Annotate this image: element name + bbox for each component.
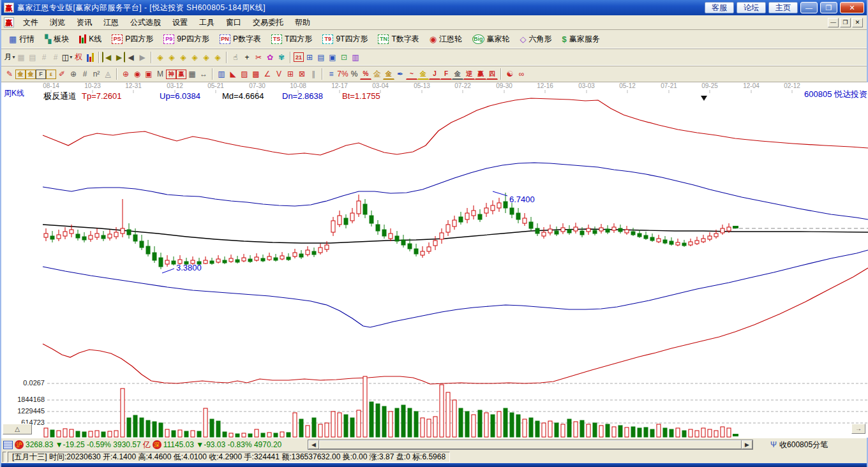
menu-item-4[interactable]: 公式选股: [124, 16, 167, 29]
crosshair-icon[interactable]: +: [241, 52, 253, 63]
toolbar-winner-wheel-button[interactable]: Big赢家轮: [467, 32, 515, 47]
scrollbar-thumb[interactable]: [319, 440, 742, 449]
pattern-disabled-icon[interactable]: ▦: [15, 52, 27, 63]
f-angle-icon[interactable]: F: [440, 69, 452, 80]
percent-band-icon[interactable]: 7%: [337, 69, 348, 80]
mdi-minimize-button[interactable]: —: [828, 18, 839, 27]
brush-icon[interactable]: ✒: [394, 69, 406, 80]
toolbar-t-square-button[interactable]: TST四方形: [266, 32, 317, 47]
menu-item-5[interactable]: 设置: [167, 16, 193, 29]
shen-grid-icon[interactable]: 神: [166, 70, 176, 79]
mdi-close-button[interactable]: ✕: [852, 18, 863, 27]
gann-diamond-left-icon[interactable]: ◈: [154, 52, 166, 63]
restore-rights-icon[interactable]: 权: [73, 52, 84, 63]
draw-pen-icon[interactable]: ✎: [4, 69, 15, 80]
gold-circle-icon[interactable]: 金: [371, 69, 383, 80]
forum-button[interactable]: 论坛: [737, 2, 766, 13]
toolbar-sector-button[interactable]: ▚板块: [40, 32, 74, 47]
bars3-disabled-icon[interactable]: #: [38, 52, 50, 63]
toolbar-9p-square-button[interactable]: P99P四方形: [158, 32, 214, 47]
fib-grid-icon[interactable]: F: [36, 70, 46, 79]
volume-expand-button[interactable]: △: [3, 424, 32, 434]
angle-line-icon[interactable]: ∠: [262, 69, 273, 80]
menu-item-7[interactable]: 窗口: [220, 16, 247, 29]
menu-item-8[interactable]: 交易委托: [247, 16, 289, 29]
indicator-chart-icon[interactable]: [84, 52, 96, 63]
taiji-icon[interactable]: ☯: [504, 69, 516, 80]
toolbar-winner-service-button[interactable]: $赢家服务: [557, 32, 605, 47]
fan-box-icon[interactable]: ▨: [239, 69, 250, 80]
toolbar-gann-wheel-button[interactable]: ◉江恩轮: [424, 32, 467, 47]
stats-panel-icon[interactable]: ▥: [216, 69, 227, 80]
spiral-grid-icon[interactable]: ε: [46, 70, 56, 79]
gold-grid-1-icon[interactable]: 金: [15, 70, 26, 79]
gold-line-icon[interactable]: 金: [383, 69, 394, 80]
circle-grid-icon[interactable]: ⊕: [68, 69, 79, 80]
last-page-icon[interactable]: ▶: [114, 52, 125, 63]
chart-panel[interactable]: 08-1410-2312-3103-1205-2107-3010-0812-17…: [1, 82, 868, 438]
wave-count-icon[interactable]: M: [154, 69, 166, 80]
gold-angle-icon[interactable]: 金: [417, 69, 429, 80]
ying-angle-icon[interactable]: 赢: [475, 69, 486, 80]
gold-grid-2-icon[interactable]: 金: [26, 70, 36, 79]
si-angle-icon[interactable]: 四: [486, 69, 498, 80]
bars9-disabled-icon[interactable]: #: [50, 52, 61, 63]
data-export-icon[interactable]: ⊡: [338, 52, 350, 63]
ruler-grid-icon[interactable]: ▦: [186, 69, 198, 80]
toolbar-p-square-button[interactable]: PSP四方形: [107, 32, 158, 47]
ying-grid-icon[interactable]: 赢: [176, 70, 186, 79]
mdi-restore-button[interactable]: ❐: [840, 18, 851, 27]
close-button[interactable]: ✕: [840, 2, 864, 13]
grid-red-x-icon[interactable]: ⊠: [296, 69, 308, 80]
gann-box-tool-icon[interactable]: ✿: [264, 52, 276, 63]
gann-diamond-in-icon[interactable]: ◈: [189, 52, 200, 63]
customer-service-button[interactable]: 客服: [705, 2, 734, 13]
gann-diamond-h-icon[interactable]: ◈: [177, 52, 189, 63]
check-line-icon[interactable]: V: [273, 69, 285, 80]
gann-square-tool-icon[interactable]: ▣: [143, 69, 154, 80]
notes-icon[interactable]: ▤: [315, 52, 327, 63]
toolbar-t-table-button[interactable]: TNT数字表: [373, 32, 424, 47]
erase-tool-icon[interactable]: ✂: [253, 52, 264, 63]
kline-chart[interactable]: 08-1410-2312-3103-1205-2107-3010-0812-17…: [1, 82, 868, 438]
gann-compass-icon[interactable]: ⊕: [120, 69, 131, 80]
prev-page-icon[interactable]: ◀: [125, 52, 137, 63]
time-grid-icon[interactable]: #: [79, 69, 91, 80]
gold-angle-2-icon[interactable]: 金: [452, 69, 463, 80]
menu-item-0[interactable]: 文件: [17, 16, 44, 29]
gann-diamond-right-icon[interactable]: ◈: [166, 52, 177, 63]
gann-fan-circle-icon[interactable]: ◉: [131, 69, 143, 80]
save-icon[interactable]: ▣: [327, 52, 338, 63]
scrollbar-left-arrow[interactable]: ◀: [308, 440, 319, 449]
quote-table-icon[interactable]: [3, 441, 13, 449]
restore-button[interactable]: ❐: [820, 2, 837, 13]
drag-hand-icon[interactable]: ☝: [230, 52, 241, 63]
fan-square-icon[interactable]: ▩: [250, 69, 262, 80]
grid-red-icon[interactable]: ⊞: [285, 69, 296, 80]
next-page-icon[interactable]: ▶: [137, 52, 148, 63]
angle-pen-icon[interactable]: ✐: [56, 69, 68, 80]
first-page-icon[interactable]: ◀: [102, 52, 114, 63]
infinity-icon[interactable]: ∞: [516, 69, 527, 80]
menu-item-2[interactable]: 资讯: [71, 16, 98, 29]
spiral-tool-icon[interactable]: ✾: [276, 52, 287, 63]
horizontal-scrollbar[interactable]: ◀ ▶: [308, 440, 753, 450]
triangle-tool-icon[interactable]: ◬: [102, 69, 114, 80]
gann-diamond-all-icon[interactable]: ◈: [212, 52, 223, 63]
print-icon[interactable]: ▥: [350, 52, 361, 63]
menu-item-3[interactable]: 江恩: [98, 16, 124, 29]
tick-feed-label[interactable]: 收600805分笔: [779, 440, 828, 450]
homepage-button[interactable]: 主页: [768, 2, 798, 13]
parallel-lines-icon[interactable]: ∥: [308, 69, 319, 80]
percent-icon[interactable]: %: [348, 69, 360, 80]
menu-item-1[interactable]: 浏览: [44, 16, 71, 29]
menu-item-9[interactable]: 帮助: [289, 16, 316, 29]
j-angle-icon[interactable]: J: [429, 69, 440, 80]
histogram-tool-icon[interactable]: ≡: [326, 69, 337, 80]
calculator-icon[interactable]: ⊞: [304, 52, 315, 63]
wave-angle-icon[interactable]: ~: [406, 69, 417, 80]
toolbar-kline-button[interactable]: K线: [74, 32, 107, 47]
percent-line-icon[interactable]: %: [360, 69, 371, 80]
n2-grid-icon[interactable]: n²: [91, 69, 102, 80]
gann-diamond-v-icon[interactable]: ◈: [200, 52, 212, 63]
